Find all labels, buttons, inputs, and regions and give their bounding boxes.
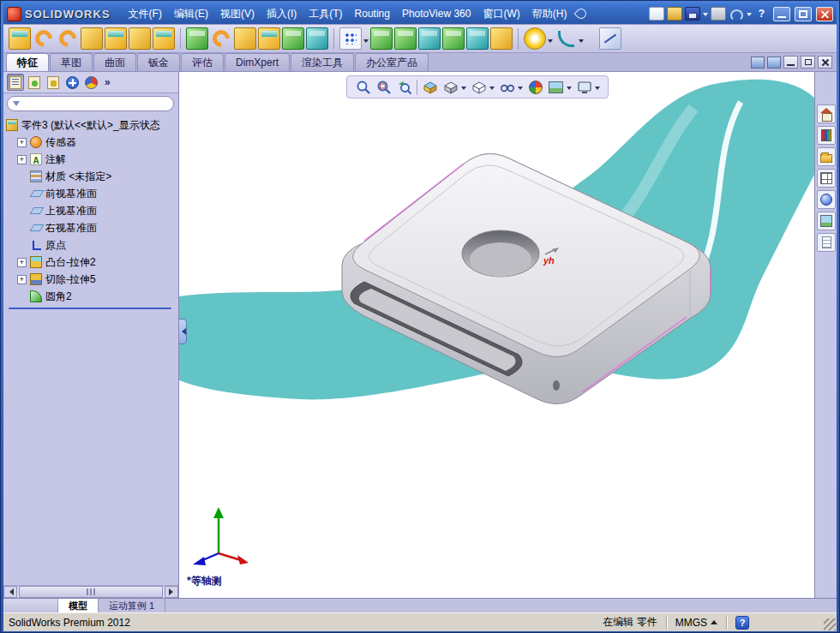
- tree-row-fillet[interactable]: 圆角2: [6, 288, 178, 305]
- chamfer-icon[interactable]: [81, 27, 103, 50]
- menu-help[interactable]: 帮助(H): [526, 4, 573, 24]
- hide-show-dropdown-icon[interactable]: [518, 87, 523, 93]
- document-window-icon[interactable]: [751, 57, 765, 69]
- expander-icon[interactable]: +: [17, 258, 27, 267]
- boss-feature-icon[interactable]: [258, 27, 280, 50]
- tree-row-boss-extrude[interactable]: + 凸台-拉伸2: [6, 254, 178, 271]
- extruded-cut-icon[interactable]: [129, 27, 151, 50]
- tab-evaluate[interactable]: 评估: [181, 53, 224, 71]
- smart-feature-dropdown-icon[interactable]: [548, 39, 553, 45]
- surface-icon[interactable]: [394, 27, 417, 50]
- view-settings-dropdown-icon[interactable]: [595, 87, 600, 93]
- featuremanager-tab[interactable]: [7, 74, 24, 91]
- view-settings-icon[interactable]: [576, 79, 592, 95]
- graphics-viewport[interactable]: yh *等轴测: [179, 72, 814, 598]
- tab-model[interactable]: 模型: [58, 599, 99, 612]
- scroll-right-button[interactable]: [165, 586, 178, 598]
- cylinder-feature-icon[interactable]: [466, 27, 489, 50]
- loft-boss-icon[interactable]: [105, 27, 127, 50]
- tab-sheet-metal[interactable]: 钣金: [137, 53, 180, 71]
- spline-dropdown-icon[interactable]: [579, 39, 584, 45]
- extrude-boss-icon[interactable]: [9, 27, 31, 50]
- menu-routing[interactable]: Routing: [349, 5, 396, 22]
- new-document-icon[interactable]: [649, 7, 664, 21]
- tree-root-row[interactable]: 零件3 (默认<<默认>_显示状态: [6, 116, 178, 134]
- convert-entities-icon[interactable]: [370, 27, 393, 50]
- tree-row-origin[interactable]: 原点: [6, 236, 178, 254]
- more-tabs-chevron-icon[interactable]: »: [105, 76, 111, 88]
- minimize-button[interactable]: [773, 7, 790, 21]
- menu-tools[interactable]: 工具(T): [303, 4, 348, 24]
- undo-icon[interactable]: [729, 7, 744, 21]
- sketch-arc-icon[interactable]: [210, 27, 232, 50]
- quick-tips-icon[interactable]: ?: [735, 616, 749, 630]
- undo-dropdown-icon[interactable]: [747, 13, 752, 19]
- scrollbar-track[interactable]: [17, 586, 165, 598]
- open-document-icon[interactable]: [667, 7, 682, 21]
- swept-boss-icon[interactable]: [153, 27, 175, 50]
- custom-properties-icon[interactable]: [817, 233, 836, 252]
- tree-row-cut-extrude[interactable]: + 切除-拉伸5: [6, 271, 178, 288]
- 3d-model-canvas[interactable]: [179, 72, 814, 598]
- scenes-icon[interactable]: [817, 212, 836, 230]
- save-icon[interactable]: [685, 7, 700, 21]
- revolve-boss-icon[interactable]: [57, 27, 79, 50]
- expander-icon[interactable]: +: [17, 155, 27, 164]
- tab-office-products[interactable]: 办公室产品: [355, 53, 429, 71]
- maximize-button[interactable]: [795, 7, 812, 21]
- design-library-icon[interactable]: [817, 126, 836, 145]
- tree-row-sensors[interactable]: + 传感器: [6, 134, 178, 151]
- tree-filter-input[interactable]: [23, 98, 168, 110]
- tab-scroll-area[interactable]: [3, 599, 58, 612]
- configurationmanager-tab[interactable]: [45, 74, 62, 91]
- sketch-rectangle-icon[interactable]: [234, 27, 256, 50]
- view-orientation-icon[interactable]: [442, 79, 459, 95]
- rib-icon[interactable]: [282, 27, 304, 50]
- print-icon[interactable]: [711, 7, 726, 21]
- section-view-icon[interactable]: [422, 79, 438, 95]
- units-selector[interactable]: MMGS: [675, 617, 717, 629]
- fillet-icon[interactable]: [33, 27, 55, 50]
- doc-restore-button[interactable]: [801, 56, 815, 69]
- tab-surfaces[interactable]: 曲面: [93, 53, 136, 71]
- tree-row-front-plane[interactable]: 前视基准面: [6, 185, 178, 202]
- tree-row-annotations[interactable]: + A 注解: [6, 151, 178, 168]
- resize-grip-icon[interactable]: [824, 618, 836, 630]
- dimxpertmanager-tab[interactable]: [63, 74, 81, 91]
- view-palette-icon[interactable]: [817, 169, 836, 188]
- tab-sketch[interactable]: 草图: [50, 53, 93, 71]
- smart-feature-icon[interactable]: [524, 27, 546, 50]
- tree-row-top-plane[interactable]: 上视基准面: [6, 202, 178, 219]
- appearances-icon[interactable]: [817, 190, 836, 209]
- tab-features[interactable]: 特征: [6, 53, 49, 71]
- panel-collapse-handle[interactable]: [179, 319, 187, 344]
- menu-photoview[interactable]: PhotoView 360: [396, 5, 477, 22]
- menu-file[interactable]: 文件(F): [123, 4, 168, 24]
- tree-row-right-plane[interactable]: 右视基准面: [6, 219, 178, 236]
- apply-scene-dropdown-icon[interactable]: [567, 87, 572, 93]
- tab-motion-study[interactable]: 运动算例 1: [99, 599, 165, 612]
- display-style-dropdown-icon[interactable]: [489, 87, 495, 93]
- pattern-dropdown-icon[interactable]: [363, 39, 369, 45]
- view-orientation-dropdown-icon[interactable]: [461, 87, 466, 93]
- shell-icon[interactable]: [306, 27, 328, 50]
- menu-pin-icon[interactable]: [574, 7, 589, 21]
- doc-minimize-button[interactable]: [783, 56, 798, 69]
- save-dropdown-icon[interactable]: [703, 13, 708, 19]
- file-explorer-icon[interactable]: [817, 147, 836, 166]
- doc-close-button[interactable]: [818, 56, 832, 69]
- tab-dimxpert[interactable]: DimXpert: [225, 53, 290, 71]
- display-style-icon[interactable]: [471, 79, 487, 95]
- menu-window[interactable]: 窗口(W): [477, 4, 525, 24]
- mirror-icon[interactable]: [418, 27, 441, 50]
- resources-home-icon[interactable]: [817, 105, 836, 123]
- pen-icon[interactable]: [599, 27, 621, 50]
- propertymanager-tab[interactable]: [26, 74, 43, 91]
- slot-icon[interactable]: [490, 27, 513, 50]
- hide-show-items-icon[interactable]: [499, 79, 515, 95]
- edit-appearance-icon[interactable]: [527, 79, 543, 95]
- tab-render-tools[interactable]: 渲染工具: [291, 53, 354, 71]
- reference-plane-icon[interactable]: [186, 27, 208, 50]
- previous-view-icon[interactable]: [396, 79, 412, 95]
- tree-row-material[interactable]: 材质 <未指定>: [6, 168, 178, 185]
